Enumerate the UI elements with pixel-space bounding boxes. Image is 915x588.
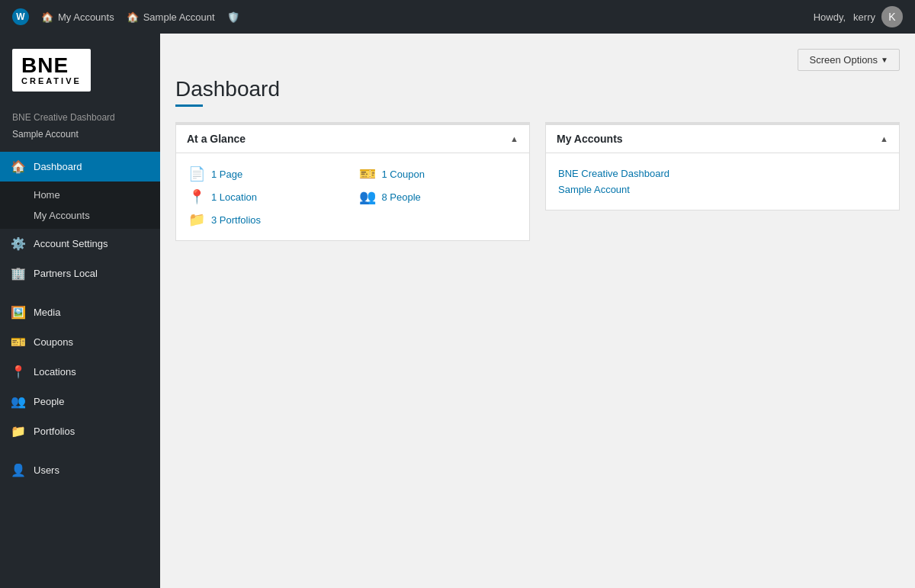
title-underline [175,104,203,107]
glance-grid: 📄 1 Page 🎫 1 Coupon 📍 1 Location [188,165,517,228]
admin-bar: W 🏠 My Accounts 🏠 Sample Account 🛡️ Howd… [0,0,915,34]
pages-link[interactable]: 1 Page [211,169,242,180]
admin-bar-user: Howdy, kerry K [814,6,903,27]
user-avatar[interactable]: K [881,6,903,27]
at-a-glance-collapse-button[interactable] [510,133,518,144]
people-link[interactable]: 8 People [382,191,421,203]
people-icon: 👥 [11,394,26,409]
sidebar-subitem-home[interactable]: Home [0,185,160,205]
location-icon: 📍 [188,188,205,205]
main-content: Screen Options ▼ Dashboard At a Glance � [160,34,915,588]
sidebar-item-partners-local[interactable]: 🏢 Partners Local [0,259,160,288]
portfolios-icon: 📁 [11,424,26,439]
sidebar: BNE CREATIVE BNE Creative Dashboard Samp… [0,34,160,588]
screen-options-button[interactable]: Screen Options ▼ [798,49,900,71]
sidebar-item-portfolios[interactable]: 📁 Portfolios [0,416,160,446]
sidebar-item-account-settings[interactable]: ⚙️ Account Settings [0,229,160,259]
screen-options-bar: Screen Options ▼ [175,49,900,71]
sidebar-item-people[interactable]: 👥 People [0,387,160,416]
at-a-glance-widget: At a Glance 📄 1 Page 🎫 1 Coupon [175,122,530,241]
glance-item-locations: 📍 1 Location [188,188,347,205]
admin-bar-my-accounts[interactable]: 🏠 My Accounts [41,11,114,23]
portfolios-link[interactable]: 3 Portfolios [211,214,261,226]
coupon-icon: 🎫 [359,165,376,182]
at-a-glance-header: At a Glance [176,122,529,153]
coupons-link[interactable]: 1 Coupon [382,169,425,180]
bne-creative-link[interactable]: BNE Creative Dashboard [558,165,887,182]
chevron-down-icon: ▼ [881,56,888,64]
coupons-icon: 🎫 [11,335,26,349]
sidebar-item-dashboard[interactable]: 🏠 Dashboard [0,152,160,182]
wp-logo-icon[interactable]: W [12,8,29,25]
dashboard-icon: 🏠 [11,159,26,174]
sidebar-account-info: BNE Creative Dashboard Sample Account [0,104,160,152]
my-accounts-list: BNE Creative Dashboard Sample Account [558,165,887,198]
sidebar-item-coupons[interactable]: 🎫 Coupons [0,327,160,357]
dashboard-submenu: Home My Accounts [0,182,160,229]
sample-account-house-icon: 🏠 [127,11,139,23]
people-glance-icon: 👥 [359,188,376,205]
partners-local-icon: 🏢 [11,266,26,281]
media-icon: 🖼️ [11,305,26,320]
admin-bar-sample-account[interactable]: 🏠 Sample Account [127,11,215,23]
sidebar-item-locations[interactable]: 📍 Locations [0,357,160,387]
account-settings-icon: ⚙️ [11,236,26,251]
locations-icon: 📍 [11,365,26,379]
glance-item-portfolios: 📁 3 Portfolios [188,211,347,228]
my-accounts-widget: My Accounts BNE Creative Dashboard Sampl… [545,122,900,210]
sample-account-link[interactable]: Sample Account [558,182,887,198]
widgets-row: At a Glance 📄 1 Page 🎫 1 Coupon [175,122,900,241]
page-title: Dashboard [175,77,900,101]
my-accounts-collapse-button[interactable] [880,133,888,144]
glance-item-coupons: 🎫 1 Coupon [359,165,518,182]
portfolio-icon: 📁 [188,211,205,228]
sidebar-item-media[interactable]: 🖼️ Media [0,297,160,327]
my-accounts-header: My Accounts [546,122,899,153]
admin-bar-shield-icon[interactable]: 🛡️ [227,11,239,23]
glance-item-pages: 📄 1 Page [188,165,347,182]
my-accounts-body: BNE Creative Dashboard Sample Account [546,153,899,210]
page-icon: 📄 [188,165,205,182]
sidebar-item-users[interactable]: 👤 Users [0,455,160,485]
locations-link[interactable]: 1 Location [211,191,257,203]
users-icon: 👤 [11,463,26,477]
at-a-glance-body: 📄 1 Page 🎫 1 Coupon 📍 1 Location [176,153,529,240]
sidebar-logo: BNE CREATIVE [0,34,160,104]
glance-item-people: 👥 8 People [359,188,518,205]
my-accounts-icon: 🏠 [41,11,53,23]
sidebar-subitem-my-accounts[interactable]: My Accounts [0,205,160,226]
